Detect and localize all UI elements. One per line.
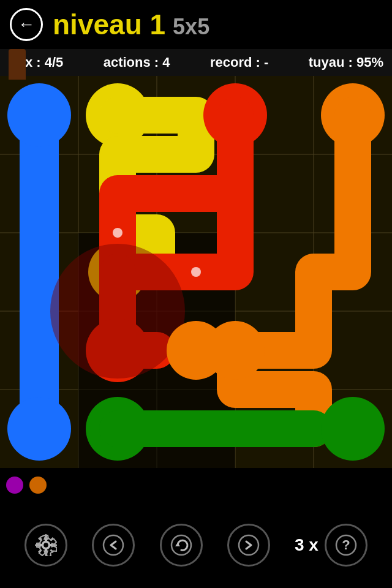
brown-pipe-top [9,49,26,80]
back-arrow-icon [102,534,124,556]
bottom-ticker [0,468,392,502]
svg-point-21 [167,321,225,380]
svg-point-10 [7,83,71,147]
game-overlay [0,76,392,468]
undo-button[interactable] [92,524,135,567]
game-grid[interactable] [0,76,392,468]
svg-marker-37 [175,543,180,546]
forward-button[interactable] [227,524,270,567]
hint-button[interactable]: ? [325,524,368,567]
question-mark-icon: ? [335,534,357,556]
restart-button[interactable] [160,524,203,567]
settings-button[interactable] [24,524,67,567]
level-title: niveau 1 [53,8,165,41]
actions-stat: actions : 4 [104,55,170,70]
hint-count-label: 3 x [295,535,318,555]
stats-bar: flux : 4/5 actions : 4 record : - tuyau … [0,49,392,76]
ticker-dot-orange [29,477,47,494]
svg-point-38 [239,535,258,555]
svg-text:?: ? [342,537,350,552]
header: ← niveau 1 5x5 [0,0,392,49]
title-area: niveau 1 5x5 [53,8,209,41]
grid-size-label: 5x5 [173,14,209,40]
svg-point-35 [104,535,123,555]
back-arrow-icon: ← [18,15,35,34]
hint-area: 3 x ? [295,524,368,567]
ticker-dot-purple [6,477,23,494]
svg-point-22 [113,228,123,238]
forward-arrow-icon [238,534,260,556]
svg-point-23 [191,267,201,277]
svg-point-20 [50,244,185,379]
svg-point-19 [321,397,385,461]
footer: 3 x ? [0,502,392,588]
gear-icon [35,534,57,556]
restart-icon [170,534,192,556]
svg-point-11 [7,397,71,461]
tuyau-stat: tuyau : 95% [309,55,383,70]
back-button-top[interactable]: ← [10,8,43,41]
record-stat: record : - [210,55,268,70]
